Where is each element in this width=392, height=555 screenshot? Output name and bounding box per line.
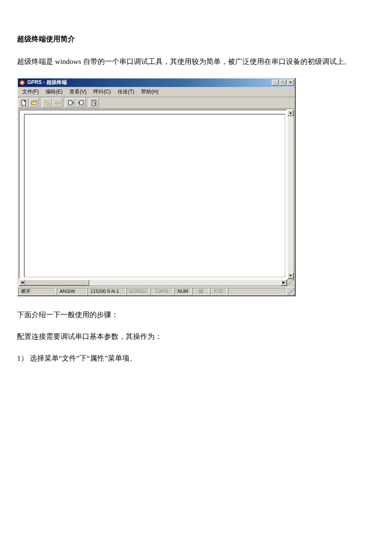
- status-print: 打印: [210, 288, 227, 295]
- receive-file-icon: [78, 99, 84, 106]
- horizontal-scrollbar[interactable]: ◀ ▶: [19, 279, 287, 286]
- app-icon: [19, 79, 26, 86]
- open-folder-icon: [31, 99, 37, 106]
- terminal-workarea: ▲ ▼ ◀ ▶: [18, 109, 295, 287]
- phone-hangup-icon: [54, 99, 61, 106]
- toolbar-receive-button[interactable]: [76, 98, 86, 107]
- toolbar-properties-button[interactable]: [89, 98, 99, 107]
- svg-rect-6: [93, 101, 95, 101]
- phone-icon: [44, 99, 51, 106]
- step-1: 1） 选择菜单“文件”下“属性”菜单项。: [17, 353, 375, 365]
- new-file-icon: [20, 99, 27, 106]
- statusbar: 断开 ANSIW 115200 8-N-1 SCROLL CAPS NUM 捕 …: [18, 287, 295, 295]
- page-title: 超级终端使用简介: [17, 34, 375, 44]
- status-size-grip[interactable]: [288, 288, 294, 295]
- scroll-track[interactable]: [288, 116, 294, 273]
- scroll-left-button[interactable]: ◀: [19, 280, 25, 286]
- menu-help[interactable]: 帮助(H): [138, 88, 162, 96]
- status-spacer: [228, 288, 287, 295]
- toolbar-separator: [87, 98, 88, 107]
- properties-icon: [91, 99, 98, 106]
- document-page: 超级终端使用简介 超级终端是 windows 自带的一个串口调试工具，其使用较为…: [0, 0, 392, 391]
- status-encoding: ANSIW: [57, 288, 86, 295]
- menu-edit[interactable]: 编辑(E): [42, 88, 66, 96]
- menu-file[interactable]: 文件(F): [19, 88, 42, 96]
- workarea-size-grip: [287, 279, 294, 286]
- close-button[interactable]: ×: [287, 80, 294, 86]
- scroll-right-button[interactable]: ▶: [281, 280, 287, 286]
- vertical-scrollbar[interactable]: ▲ ▼: [287, 110, 294, 279]
- toolbar-disconnect-button[interactable]: [52, 98, 62, 107]
- scroll-up-button[interactable]: ▲: [288, 110, 294, 116]
- config-intro: 配置连接需要调试串口基本参数，其操作为：: [17, 331, 375, 343]
- scroll-down-button[interactable]: ▼: [288, 273, 294, 279]
- status-caps: CAPS: [150, 288, 173, 295]
- scroll-thumb[interactable]: [25, 280, 89, 286]
- intro-paragraph: 超级终端是 windows 自带的一个串口调试工具，其使用较为简单，被广泛使用在…: [17, 56, 375, 68]
- send-file-icon: [67, 99, 74, 106]
- status-scroll: SCROLL: [127, 288, 150, 295]
- menubar: 文件(F) 编辑(E) 查看(V) 呼叫(C) 传送(T) 帮助(H): [18, 87, 295, 97]
- menu-view[interactable]: 查看(V): [66, 88, 90, 96]
- minimize-button[interactable]: _: [272, 80, 279, 86]
- toolbar-separator: [63, 98, 64, 107]
- toolbar-separator: [40, 98, 41, 107]
- scroll-track[interactable]: [89, 280, 281, 286]
- toolbar: [18, 97, 295, 109]
- svg-rect-3: [69, 101, 72, 105]
- terminal-content[interactable]: [24, 114, 285, 278]
- toolbar-new-button[interactable]: [19, 98, 29, 107]
- toolbar-call-button[interactable]: [42, 98, 52, 107]
- toolbar-send-button[interactable]: [66, 98, 75, 107]
- menu-transfer[interactable]: 传送(T): [114, 88, 138, 96]
- titlebar[interactable]: GPRS - 超级终端 _ □ ×: [18, 78, 295, 87]
- hyperterminal-window: GPRS - 超级终端 _ □ × 文件(F) 编辑(E) 查看(V) 呼叫(C…: [17, 78, 296, 296]
- svg-rect-4: [80, 101, 83, 105]
- status-capture: 捕: [192, 288, 209, 295]
- steps-intro: 下面介绍一下一般使用的步骤：: [17, 309, 375, 321]
- status-baud: 115200 8-N-1: [87, 288, 126, 295]
- maximize-button[interactable]: □: [280, 80, 286, 86]
- status-connection: 断开: [18, 288, 56, 295]
- terminal-frame: [19, 110, 287, 279]
- status-num: NUM: [174, 288, 191, 295]
- toolbar-open-button[interactable]: [29, 98, 39, 107]
- menu-call[interactable]: 呼叫(C): [90, 88, 114, 96]
- window-title: GPRS - 超级终端: [27, 79, 271, 86]
